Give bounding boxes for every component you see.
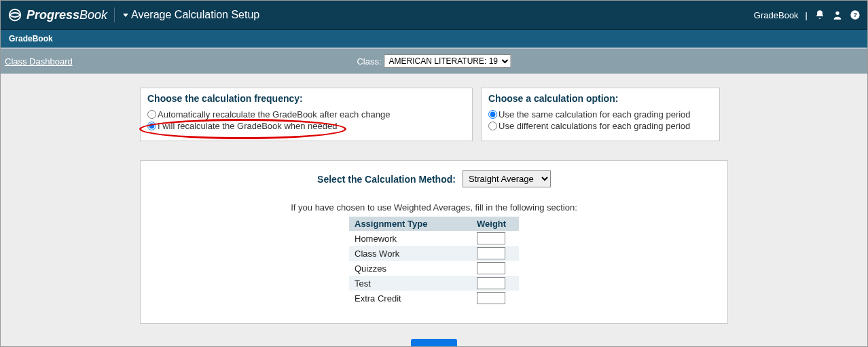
weight-input[interactable] bbox=[477, 262, 505, 274]
class-select[interactable]: AMERICAN LITERATURE: 19 bbox=[384, 54, 511, 68]
page-title-dropdown[interactable]: Average Calculation Setup bbox=[123, 9, 259, 21]
calc-radio-same[interactable] bbox=[488, 110, 497, 119]
assignment-type-cell: Extra Credit bbox=[349, 291, 471, 306]
class-selector-group: Class: AMERICAN LITERATURE: 19 bbox=[357, 54, 511, 68]
top-bar: ProgressBook Average Calculation Setup G… bbox=[1, 1, 867, 29]
method-row: Select the Calculation Method: Straight … bbox=[317, 170, 551, 187]
top-bar-right: GradeBook | ? bbox=[754, 10, 861, 20]
svg-point-1 bbox=[835, 12, 839, 15]
logo-icon bbox=[7, 7, 22, 22]
logo-text: ProgressBook bbox=[26, 8, 107, 22]
gradebook-link[interactable]: GradeBook bbox=[754, 10, 799, 20]
weight-input[interactable] bbox=[477, 247, 505, 259]
freq-radio-manual[interactable] bbox=[147, 122, 156, 130]
help-icon[interactable]: ? bbox=[850, 10, 861, 20]
breadcrumb-bar: Class Dashboard Class: AMERICAN LITERATU… bbox=[1, 48, 867, 74]
weight-cell bbox=[471, 261, 519, 276]
calc-option-box: Choose a calculation option: Use the sam… bbox=[481, 88, 720, 141]
calc-option-same[interactable]: Use the same calculation for each gradin… bbox=[488, 109, 712, 120]
page-title: Average Calculation Setup bbox=[131, 9, 259, 21]
weight-input[interactable] bbox=[477, 292, 505, 304]
app-label-bar: GradeBook bbox=[1, 29, 867, 48]
weight-cell bbox=[471, 246, 519, 261]
weight-input[interactable] bbox=[477, 277, 505, 289]
freq-auto-label: Automatically recalculate the GradeBook … bbox=[158, 109, 391, 120]
weights-tbody: HomeworkClass WorkQuizzesTestExtra Credi… bbox=[349, 231, 519, 306]
class-label: Class: bbox=[357, 56, 381, 67]
method-hint: If you have chosen to use Weighted Avera… bbox=[147, 202, 721, 213]
table-row: Quizzes bbox=[349, 261, 519, 276]
freq-option-auto[interactable]: Automatically recalculate the GradeBook … bbox=[147, 109, 465, 120]
table-row: Extra Credit bbox=[349, 291, 519, 306]
weight-cell bbox=[471, 276, 519, 291]
svg-text:?: ? bbox=[853, 12, 857, 18]
method-select[interactable]: Straight Average bbox=[463, 170, 551, 187]
weight-input[interactable] bbox=[477, 232, 505, 244]
calc-radio-diff[interactable] bbox=[488, 122, 497, 130]
logo-separator bbox=[114, 7, 115, 22]
separator: | bbox=[806, 10, 808, 20]
calc-option-legend: Choose a calculation option: bbox=[488, 93, 712, 104]
calc-diff-label: Use different calculations for each grad… bbox=[499, 121, 690, 131]
bell-icon[interactable] bbox=[814, 10, 825, 20]
assignment-type-cell: Homework bbox=[349, 231, 471, 246]
calc-same-label: Use the same calculation for each gradin… bbox=[499, 109, 691, 120]
top-option-boxes: Choose the calculation frequency: Automa… bbox=[140, 88, 728, 141]
top-bar-left: ProgressBook Average Calculation Setup bbox=[7, 7, 259, 22]
caret-down-icon bbox=[123, 14, 128, 17]
table-row: Class Work bbox=[349, 246, 519, 261]
freq-manual-label: I will recalculate the GradeBook when ne… bbox=[158, 121, 338, 131]
col-assignment-type: Assignment Type bbox=[349, 217, 471, 231]
table-row: Homework bbox=[349, 231, 519, 246]
user-icon[interactable] bbox=[832, 10, 843, 20]
frequency-legend: Choose the calculation frequency: bbox=[147, 93, 465, 104]
col-weight: Weight bbox=[471, 217, 519, 231]
table-row: Test bbox=[349, 276, 519, 291]
calc-option-diff[interactable]: Use different calculations for each grad… bbox=[488, 121, 712, 131]
dashboard-link[interactable]: Class Dashboard bbox=[5, 56, 73, 67]
logo[interactable]: ProgressBook bbox=[7, 7, 119, 22]
method-label: Select the Calculation Method: bbox=[317, 174, 456, 185]
assignment-type-cell: Quizzes bbox=[349, 261, 471, 276]
app-label: GradeBook bbox=[9, 34, 53, 43]
content: Choose the calculation frequency: Automa… bbox=[1, 74, 867, 347]
method-box: Select the Calculation Method: Straight … bbox=[140, 160, 728, 324]
freq-option-manual[interactable]: I will recalculate the GradeBook when ne… bbox=[147, 121, 465, 131]
weights-table: Assignment Type Weight HomeworkClass Wor… bbox=[349, 217, 519, 306]
svg-point-0 bbox=[10, 10, 21, 21]
frequency-box: Choose the calculation frequency: Automa… bbox=[140, 88, 473, 141]
weight-cell bbox=[471, 291, 519, 306]
save-button[interactable]: Save bbox=[411, 339, 457, 347]
assignment-type-cell: Class Work bbox=[349, 246, 471, 261]
weight-cell bbox=[471, 231, 519, 246]
freq-radio-auto[interactable] bbox=[147, 110, 156, 119]
assignment-type-cell: Test bbox=[349, 276, 471, 291]
